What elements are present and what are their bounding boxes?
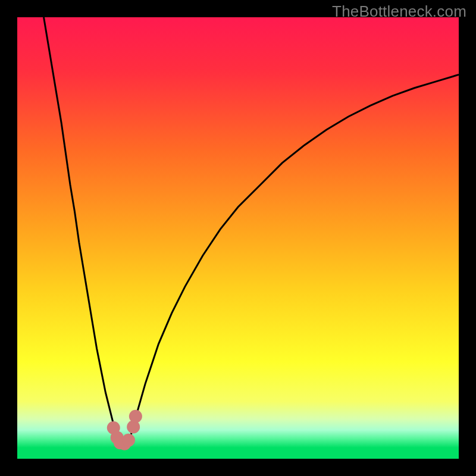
plot-area <box>17 17 459 459</box>
watermark-text: TheBottleneck.com <box>332 2 466 21</box>
curve-left-branch <box>44 17 118 439</box>
data-marker <box>122 434 135 447</box>
chart-frame: TheBottleneck.com <box>0 0 476 476</box>
curves-layer <box>17 17 459 459</box>
curve-right-branch <box>130 74 459 439</box>
data-marker <box>129 410 142 423</box>
